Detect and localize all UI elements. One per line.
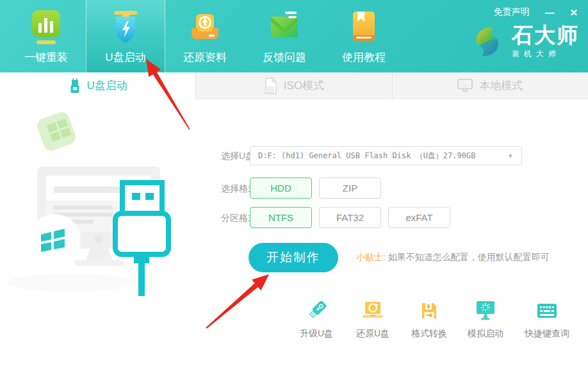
feedback-mail-icon — [267, 9, 302, 46]
tab-iso-mode[interactable]: ISO ISO模式 — [195, 72, 391, 99]
partition-option-ntfs[interactable]: NTFS — [250, 207, 312, 228]
app-window: 一键重装 U盘启动 — [0, 0, 588, 371]
partition-option-exfat[interactable]: exFAT — [388, 207, 450, 228]
toolbar-item-label: U盘启动 — [105, 50, 145, 65]
simulate-boot-icon — [473, 298, 498, 324]
usb-restore-icon — [360, 298, 386, 324]
format-option-hdd[interactable]: HDD — [250, 177, 312, 199]
tutorial-book-icon — [347, 9, 381, 46]
minimize-button[interactable]: — — [544, 8, 554, 17]
utility-label: 格式转换 — [411, 328, 447, 340]
utility-hotkey-query[interactable]: 快捷键查询 — [514, 298, 580, 340]
partition-option-fat32[interactable]: FAT32 — [319, 207, 381, 228]
tip-text: 小贴士: 如果不知道怎么配置，使用默认配置即可 — [356, 252, 550, 263]
start-make-button[interactable]: 开始制作 — [249, 243, 338, 272]
brand-logo: 石大师 装机大师 — [470, 24, 579, 60]
brand-subtitle: 装机大师 — [512, 49, 579, 60]
toolbar-item-label: 反馈问题 — [263, 50, 306, 65]
format-convert-icon — [416, 298, 442, 324]
usb-shield-icon — [108, 9, 143, 46]
header: 一键重装 U盘启动 — [0, 0, 588, 72]
tab-usb-boot[interactable]: U盘启动 — [0, 72, 195, 99]
usb-drive-icon — [69, 78, 81, 94]
main-content: 选择U盘: D:F: (hd1) General USB Flash Disk … — [0, 99, 588, 371]
utility-label: 模拟启动 — [468, 328, 503, 340]
utility-format-convert[interactable]: 格式转换 — [401, 298, 457, 340]
tip-body: 如果不知道怎么配置，使用默认配置即可 — [388, 252, 550, 262]
toolbar-item-onekey-reinstall[interactable]: 一键重装 — [6, 0, 86, 72]
usb-upgrade-icon — [304, 298, 329, 324]
iso-file-icon: ISO — [264, 78, 278, 94]
toolbar-item-label: 一键重装 — [24, 50, 68, 65]
toolbar-item-feedback[interactable]: 反馈问题 — [245, 0, 324, 72]
toolbar-item-label: 使用教程 — [342, 50, 386, 65]
toolbar-item-usb-boot[interactable]: U盘启动 — [86, 0, 165, 72]
tab-local-mode[interactable]: 本地模式 — [392, 72, 588, 99]
tab-label: ISO模式 — [284, 78, 324, 93]
tip-prefix: 小贴士: — [356, 252, 386, 262]
svg-text:ISO: ISO — [266, 88, 273, 92]
utility-upgrade-usb[interactable]: 升级U盘 — [288, 298, 345, 340]
hotkey-query-icon — [534, 298, 560, 324]
window-controls: 免责声明 — ✕ — [493, 6, 578, 18]
utility-label: 还原U盘 — [356, 328, 389, 340]
disclaimer-link[interactable]: 免责声明 — [493, 6, 529, 18]
monitor-icon — [457, 79, 473, 92]
utilities-row: 升级U盘 还原U盘 — [288, 298, 580, 340]
brand-name: 石大师 — [512, 24, 579, 47]
toolbar-item-label: 还原资料 — [183, 50, 227, 65]
bar-chart-icon — [29, 9, 63, 46]
usb-computer-illustration — [0, 99, 218, 304]
brand-swirl-icon — [470, 24, 505, 59]
toolbar-item-restore-data[interactable]: 还原资料 — [165, 0, 245, 72]
caret-down-icon: ▼ — [507, 153, 514, 160]
format-option-zip[interactable]: ZIP — [319, 177, 381, 199]
close-button[interactable]: ✕ — [569, 8, 578, 17]
tab-label: U盘启动 — [87, 78, 127, 93]
utility-label: 升级U盘 — [300, 328, 333, 340]
utility-restore-usb[interactable]: 还原U盘 — [345, 298, 401, 340]
usb-select-value: D:F: (hd1) General USB Flash Disk （U盘）27… — [258, 151, 502, 161]
restore-data-icon — [188, 9, 222, 46]
mode-tabbar: U盘启动 ISO ISO模式 本地模式 — [0, 72, 588, 99]
format-options: HDD ZIP — [250, 177, 381, 199]
utility-simulate-boot[interactable]: 模拟启动 — [457, 298, 514, 340]
partition-options: NTFS FAT32 exFAT — [250, 207, 450, 228]
toolbar-item-tutorial[interactable]: 使用教程 — [324, 0, 404, 72]
tab-label: 本地模式 — [479, 78, 523, 93]
main-toolbar: 一键重装 U盘启动 — [6, 0, 404, 72]
usb-select-dropdown[interactable]: D:F: (hd1) General USB Flash Disk （U盘）27… — [250, 146, 522, 165]
utility-label: 快捷键查询 — [525, 328, 569, 340]
